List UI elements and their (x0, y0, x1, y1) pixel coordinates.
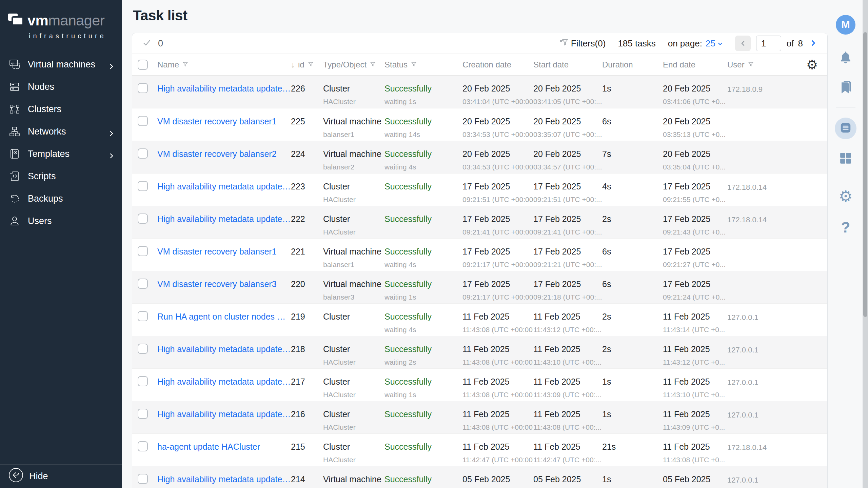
row-checkbox[interactable] (138, 311, 148, 321)
task-name-link[interactable]: ha-agent update HACluster (157, 442, 291, 452)
sidebar-item-clusters[interactable]: Clusters (0, 98, 122, 120)
user-filter-icon[interactable] (748, 60, 754, 69)
creation-time: 09:21:51 (UTC +00:00) (462, 196, 533, 204)
chevron-right-icon (108, 128, 115, 135)
filters-icon (559, 38, 568, 49)
row-checkbox[interactable] (138, 279, 148, 289)
task-status: Successfully (384, 377, 462, 387)
sidebar-item-scripts[interactable]: Scripts (0, 165, 122, 187)
row-checkbox[interactable] (138, 181, 148, 191)
settings-gear-icon[interactable]: ⚙ (839, 188, 852, 204)
row-checkbox[interactable] (138, 116, 148, 126)
sidebar-item-templates[interactable]: Templates (0, 143, 122, 165)
creation-date: 11 Feb 2025 (462, 377, 533, 387)
task-duration: 2s (602, 214, 663, 224)
start-time: 03:35:07 (UTC +00:... (533, 130, 602, 139)
documentation-book-icon[interactable] (838, 80, 853, 95)
task-status: Successfully (384, 117, 462, 126)
sidebar-item-users[interactable]: Users (0, 210, 122, 232)
rightbar-divider (836, 178, 855, 178)
templates-icon (9, 148, 20, 160)
row-checkbox[interactable] (138, 409, 148, 419)
sidebar-item-backups[interactable]: Backups (0, 187, 122, 210)
row-checkbox[interactable] (138, 441, 148, 451)
end-date: 20 Feb 2025 (663, 84, 727, 94)
row-checkbox[interactable] (138, 83, 148, 93)
task-id: 222 (291, 214, 323, 224)
task-name-link[interactable]: High availability metadata update HA... (157, 182, 291, 191)
help-icon[interactable]: ? (841, 219, 850, 236)
sidebar-item-virtual-machines[interactable]: Virtual machines (0, 53, 122, 76)
start-time: 09:21:18 (UTC +00:... (533, 293, 602, 301)
dashboard-grid-icon[interactable] (839, 151, 852, 165)
name-filter-icon[interactable] (182, 60, 189, 69)
page-scrollbar[interactable] (863, 0, 868, 488)
per-page-select[interactable]: 25 (706, 38, 723, 49)
prev-page-button[interactable] (735, 36, 751, 51)
start-time: 09:21:51 (UTC +00:... (533, 196, 602, 204)
task-status: Successfully (384, 214, 462, 224)
next-page-button[interactable] (808, 38, 818, 48)
select-all-check-icon[interactable] (142, 38, 152, 49)
row-checkbox[interactable] (138, 344, 148, 354)
sidebar-hide-button[interactable]: Hide (0, 464, 122, 488)
logo[interactable]: vmmanager infrastructure (0, 0, 122, 40)
chevron-left-icon (740, 38, 746, 49)
user-avatar[interactable]: M (836, 15, 855, 35)
task-name-link[interactable]: VM disaster recovery balanser1 (157, 117, 291, 126)
task-name-link[interactable]: High availability metadata update HA... (157, 214, 291, 224)
end-date: 11 Feb 2025 (663, 442, 727, 452)
task-type: Cluster (323, 214, 384, 224)
start-date: 11 Feb 2025 (533, 312, 602, 322)
creation-time: 09:21:17 (UTC +00:00) (462, 293, 533, 301)
task-name-link[interactable]: High availability metadata update HA... (157, 377, 291, 387)
task-status: Successfully (384, 474, 462, 484)
sidebar-item-nodes[interactable]: Nodes (0, 76, 122, 98)
filters-button[interactable]: Filters(0) (559, 38, 606, 49)
chevron-right-icon (108, 151, 115, 157)
task-name-link[interactable]: High availability metadata update bal... (157, 474, 291, 484)
row-checkbox[interactable] (138, 246, 148, 256)
creation-time: 09:21:17 (UTC +00:00) (462, 261, 533, 269)
row-checkbox[interactable] (138, 376, 148, 386)
end-time: 03:35:13 (UTC +0... (663, 130, 727, 139)
task-name-link[interactable]: High availability metadata update HA... (157, 84, 291, 94)
type-filter-icon[interactable] (370, 60, 376, 69)
task-list-view-active[interactable] (835, 118, 856, 139)
sort-desc-icon[interactable]: ↓ (291, 60, 295, 69)
page-number-input[interactable] (756, 36, 781, 51)
sidebar-item-label: Templates (28, 149, 70, 159)
start-date: 17 Feb 2025 (533, 247, 602, 257)
task-id: 223 (291, 182, 323, 191)
table-row: Run HA agent on cluster nodes HAClu... 2… (132, 303, 827, 336)
task-name-link[interactable]: VM disaster recovery balanser1 (157, 247, 291, 257)
task-name-link[interactable]: VM disaster recovery balanser3 (157, 279, 291, 289)
table-row: High availability metadata update HA... … (132, 401, 827, 433)
task-name-link[interactable]: VM disaster recovery balanser2 (157, 149, 291, 159)
id-filter-icon[interactable] (308, 60, 314, 69)
select-all-checkbox[interactable] (138, 60, 148, 70)
scrollbar-thumb[interactable] (863, 32, 867, 317)
table-settings-icon[interactable]: ⚙ (806, 58, 818, 71)
task-status: Successfully (384, 409, 462, 419)
status-filter-icon[interactable] (411, 60, 417, 69)
start-time: 11:42:47 (UTC +00:... (533, 456, 602, 464)
user-ip: 127.0.0.1 (727, 312, 802, 322)
row-checkbox[interactable] (138, 148, 148, 159)
sidebar-item-networks[interactable]: Networks (0, 120, 122, 143)
row-checkbox[interactable] (138, 474, 148, 484)
sidebar-item-label: Virtual machines (28, 59, 95, 70)
task-status-detail: waiting 1s (384, 293, 462, 301)
user-ip: 172.18.0.9 (727, 84, 802, 94)
task-name-link[interactable]: High availability metadata update HA... (157, 344, 291, 354)
notifications-bell-icon[interactable] (839, 51, 853, 65)
task-name-link[interactable]: High availability metadata update HA... (157, 409, 291, 419)
task-object: balanser1 (323, 130, 384, 139)
end-time: 11:43:10 (UTC +0... (663, 391, 727, 399)
start-date: 17 Feb 2025 (533, 182, 602, 191)
task-name-link[interactable]: Run HA agent on cluster nodes HAClu... (157, 312, 291, 322)
scripts-icon (9, 170, 20, 182)
row-checkbox[interactable] (138, 214, 148, 224)
chevron-right-icon (108, 61, 115, 67)
creation-date: 11 Feb 2025 (462, 312, 533, 322)
